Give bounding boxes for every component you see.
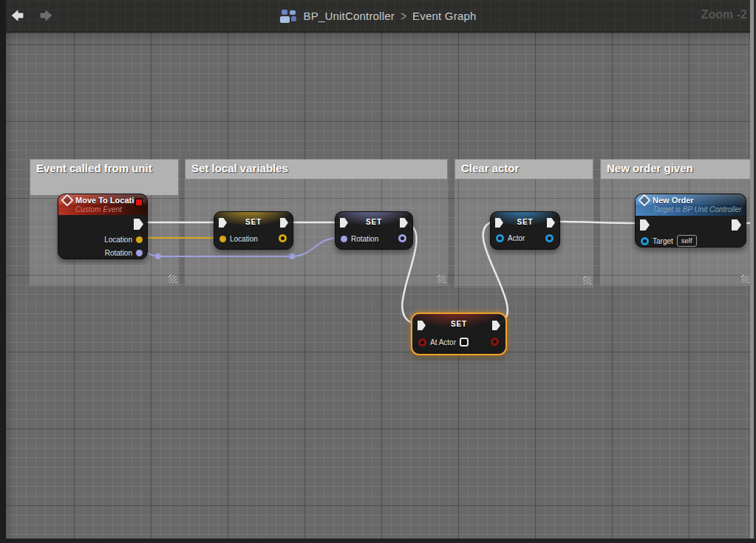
node-set-location[interactable]: SET Location xyxy=(214,211,293,250)
exec-out-pin[interactable] xyxy=(732,219,741,230)
exec-in-pin-row xyxy=(340,218,348,228)
event-diamond-icon xyxy=(638,194,651,206)
exec-in-pin[interactable] xyxy=(495,218,503,228)
value-out-pin-row xyxy=(279,234,287,242)
forward-button[interactable] xyxy=(35,6,55,25)
breadcrumb-separator-icon: > xyxy=(401,9,406,24)
blueprint-editor-window: BP_UnitController > Event Graph Zoom -2 … xyxy=(0,0,756,543)
comment-header[interactable]: Clear actor xyxy=(455,160,593,179)
icon-square xyxy=(289,10,295,15)
rotation-in-pin[interactable] xyxy=(341,236,347,242)
comment-header[interactable]: New order given xyxy=(601,160,751,179)
rotation-out-pin[interactable] xyxy=(136,250,143,256)
exec-in-pin-row xyxy=(418,321,426,330)
exec-out-pin-row xyxy=(134,219,143,230)
exec-in-pin[interactable] xyxy=(219,218,227,228)
exec-out-pin-row xyxy=(732,219,741,230)
node-header: New Order Target is BP Unit Controller xyxy=(636,194,746,216)
comment-resize-grip[interactable] xyxy=(741,275,749,283)
comment-header[interactable]: Set local variables xyxy=(185,160,447,179)
zoom-level-label: Zoom -2 xyxy=(701,8,747,21)
exec-in-pin-row xyxy=(640,219,650,230)
pin-label: Rotation xyxy=(351,235,378,243)
actor-in-pin[interactable] xyxy=(496,234,504,242)
back-arrow-icon xyxy=(9,6,28,25)
exec-out-pin[interactable] xyxy=(400,218,408,228)
window-left-edge xyxy=(0,0,6,543)
location-in-pin[interactable] xyxy=(219,236,226,242)
exec-out-pin[interactable] xyxy=(547,218,555,228)
pin-label: Location xyxy=(104,236,132,244)
exec-out-pin-row xyxy=(547,218,555,228)
breadcrumb-graph[interactable]: Event Graph xyxy=(412,10,476,22)
exec-in-pin-row xyxy=(495,218,503,228)
target-value-field[interactable]: self xyxy=(677,235,697,247)
location-out-pin[interactable] xyxy=(279,234,287,242)
exec-out-pin[interactable] xyxy=(134,219,143,230)
variable-pin-row: Rotation xyxy=(341,235,378,243)
value-out-pin-row xyxy=(491,338,499,346)
pin-label: Rotation xyxy=(105,249,132,257)
at-actor-out-pin[interactable] xyxy=(491,338,499,346)
location-out-pin[interactable] xyxy=(136,236,143,243)
exec-in-pin[interactable] xyxy=(640,219,650,230)
target-in-pin[interactable] xyxy=(641,237,649,245)
event-flag-icon[interactable] xyxy=(134,198,143,207)
window-bottom-edge xyxy=(0,539,756,543)
pin-label: Actor xyxy=(508,234,525,242)
exec-out-pin[interactable] xyxy=(492,321,500,330)
exec-in-pin[interactable] xyxy=(340,218,348,228)
exec-out-pin[interactable] xyxy=(280,218,288,228)
value-out-pin-row xyxy=(545,234,554,242)
pin-label: Location xyxy=(230,235,258,243)
variable-pin-row: Location xyxy=(219,235,258,243)
target-pin-row: Target self xyxy=(641,235,697,247)
variable-pin-row: Actor xyxy=(496,234,525,242)
breadcrumb: BP_UnitController > Event Graph xyxy=(279,0,476,32)
exec-in-pin-row xyxy=(219,218,227,228)
exec-out-pin-row xyxy=(280,218,288,228)
exec-in-pin[interactable] xyxy=(418,321,426,330)
at-actor-in-pin[interactable] xyxy=(418,338,426,346)
comment-resize-grip[interactable] xyxy=(437,275,446,283)
pin-label: At Actor xyxy=(430,338,456,346)
node-header: Move To Location Custom Event xyxy=(58,194,147,215)
icon-square xyxy=(290,16,296,21)
breadcrumb-asset[interactable]: BP_UnitController xyxy=(303,10,394,22)
node-set-rotation[interactable]: SET Rotation xyxy=(335,211,413,250)
value-out-pin-row xyxy=(398,234,406,242)
rotation-pin-row: Rotation xyxy=(105,249,143,257)
variable-pin-row: At Actor xyxy=(418,338,469,346)
node-subtitle: Target is BP Unit Controller xyxy=(653,205,741,214)
pin-label: Target xyxy=(653,237,673,245)
comment-resize-grip[interactable] xyxy=(583,276,591,284)
graph-toolbar: BP_UnitController > Event Graph Zoom -2 xyxy=(0,0,756,33)
node-title: Move To Location xyxy=(75,196,144,205)
node-new-order[interactable]: New Order Target is BP Unit Controller T… xyxy=(635,194,746,247)
exec-out-pin-row xyxy=(492,321,500,330)
exec-out-pin-row xyxy=(400,218,408,228)
comment-header[interactable]: Event called from unit xyxy=(30,160,178,195)
comment-resize-grip[interactable] xyxy=(168,275,177,283)
node-title: New Order xyxy=(653,196,694,205)
node-move-to-location[interactable]: Move To Location Custom Event Location R… xyxy=(58,194,148,259)
location-pin-row: Location xyxy=(104,236,143,244)
actor-out-pin[interactable] xyxy=(545,234,554,242)
icon-square xyxy=(281,10,287,15)
blueprint-asset-icon xyxy=(279,9,297,24)
icon-square xyxy=(279,16,289,23)
node-set-actor[interactable]: SET Actor xyxy=(490,211,560,250)
back-button[interactable] xyxy=(9,6,28,25)
node-set-at-actor[interactable]: SET At Actor xyxy=(411,313,507,355)
event-diamond-icon xyxy=(61,194,74,206)
bool-value-checkbox[interactable] xyxy=(460,338,469,346)
forward-arrow-icon xyxy=(35,6,55,25)
node-subtitle: Custom Event xyxy=(75,205,143,214)
rotation-out-pin[interactable] xyxy=(398,234,406,242)
